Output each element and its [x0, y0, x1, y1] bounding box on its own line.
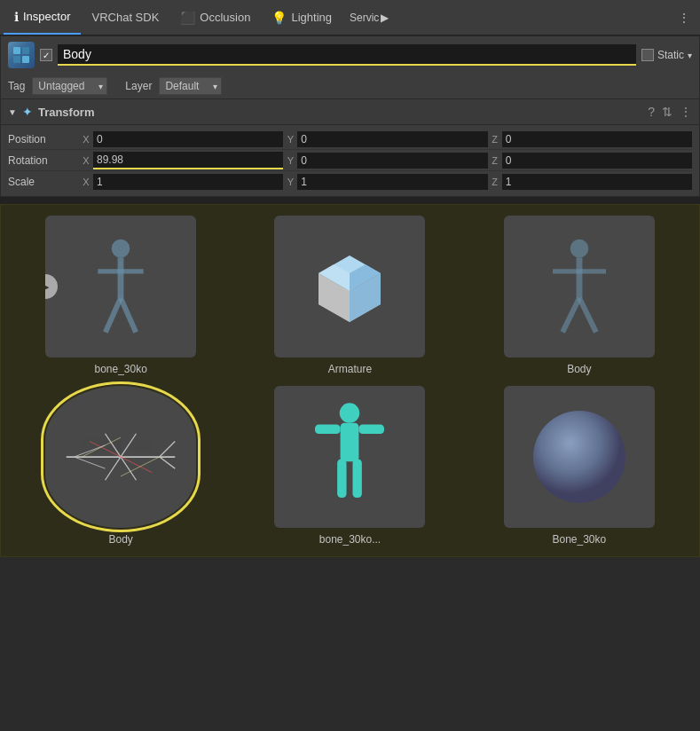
svg-line-29 [75, 457, 106, 468]
asset-item-bone-30ko[interactable]: ▶ bone_30ko [12, 216, 230, 375]
scale-z-input[interactable] [502, 174, 692, 190]
svg-line-19 [579, 298, 596, 333]
tab-services-label: Servic [350, 12, 379, 24]
asset-thumb-bone-30ko-cyan [274, 386, 425, 528]
svg-rect-3 [22, 56, 29, 63]
layer-select-wrap[interactable]: Default [159, 77, 222, 95]
asset-label-bone-30ko-cyan: bone_30ko... [319, 533, 381, 546]
rotation-z-cell: Z [488, 152, 692, 169]
transform-settings-button[interactable]: ⇅ [662, 105, 672, 119]
occlusion-icon: ⬛ [180, 11, 195, 25]
rotation-y-input[interactable] [297, 153, 487, 169]
position-z-cell: Z [488, 131, 692, 147]
position-x-input[interactable] [93, 131, 283, 147]
layer-select[interactable]: Default [159, 77, 222, 95]
tab-vrchat-sdk[interactable]: VRChat SDK [81, 0, 169, 35]
rotation-y-cell: Y [283, 152, 487, 169]
scale-x-input[interactable] [93, 174, 283, 190]
sphere-svg [522, 399, 637, 515]
scale-z-cell: Z [488, 174, 692, 190]
transform-collapse-button[interactable]: ▼ [8, 107, 17, 117]
rotation-x-input[interactable] [93, 152, 283, 169]
asset-thumb-body-selected [45, 386, 196, 528]
svg-point-4 [112, 240, 130, 258]
asset-thumb-body-top [504, 216, 655, 358]
rotation-z-label: Z [488, 155, 502, 166]
rotation-row: Rotation X Y Z [8, 150, 692, 171]
transform-help-button[interactable]: ? [648, 105, 655, 119]
tab-inspector-label: Inspector [23, 10, 70, 23]
svg-rect-35 [353, 460, 362, 498]
tab-lighting[interactable]: 💡 Lighting [261, 0, 342, 35]
transform-actions: ? ⇅ ⋮ [648, 105, 692, 119]
asset-thumb-bone-30ko-sphere [504, 386, 655, 528]
tab-occlusion[interactable]: ⬛ Occlusion [169, 0, 261, 35]
svg-point-15 [570, 240, 589, 258]
tab-bar: ℹ Inspector VRChat SDK ⬛ Occlusion 💡 Lig… [0, 0, 700, 35]
svg-rect-32 [315, 425, 341, 434]
svg-point-30 [340, 403, 360, 423]
tag-select[interactable]: Untagged [32, 77, 107, 95]
svg-point-36 [533, 411, 625, 503]
tab-services[interactable]: Servic ▶ [342, 0, 396, 35]
scale-y-input[interactable] [297, 174, 487, 190]
lighting-icon: 💡 [271, 11, 287, 25]
position-z-input[interactable] [502, 131, 692, 147]
scale-x-cell: X [79, 174, 283, 190]
position-row: Position X Y Z [8, 129, 692, 150]
rotation-label: Rotation [8, 154, 79, 167]
transform-section-header: ▼ ✦ Transform ? ⇅ ⋮ [1, 98, 699, 125]
asset-browser: ▶ bone_30ko [0, 204, 700, 557]
svg-line-18 [562, 298, 579, 333]
scale-row: Scale X Y Z [8, 171, 692, 193]
tab-lighting-label: Lighting [291, 11, 332, 24]
layer-label: Layer [125, 80, 152, 92]
bone-cyan-svg [305, 399, 394, 515]
asset-item-bone-30ko-sphere[interactable]: Bone_30ko [470, 386, 688, 546]
asset-item-body-top[interactable]: Body [470, 216, 688, 375]
asset-thumb-armature [274, 216, 425, 358]
object-name-input[interactable] [58, 44, 636, 66]
tab-more-arrow: ▶ [381, 12, 389, 24]
position-y-input[interactable] [297, 131, 487, 147]
inspector-icon: ℹ [14, 10, 19, 24]
svg-rect-34 [338, 460, 347, 498]
position-x-label: X [79, 134, 93, 145]
asset-item-body-selected[interactable]: Body [12, 386, 230, 546]
tab-vrchat-sdk-label: VRChat SDK [91, 11, 159, 24]
svg-line-23 [160, 442, 176, 458]
asset-thumb-bone-30ko: ▶ [45, 216, 196, 358]
tag-select-wrap[interactable]: Untagged [32, 77, 107, 95]
rotation-z-input[interactable] [502, 153, 692, 169]
scale-label: Scale [8, 176, 79, 188]
svg-line-7 [106, 298, 121, 333]
tag-label: Tag [8, 80, 25, 92]
panel-separator [0, 197, 700, 204]
svg-line-8 [121, 298, 136, 333]
tab-occlusion-label: Occlusion [200, 11, 250, 24]
armature-icon-svg [301, 238, 398, 335]
static-checkbox[interactable] [641, 49, 654, 61]
svg-rect-0 [13, 47, 20, 54]
rotation-x-cell: X [79, 152, 283, 169]
position-z-label: Z [488, 134, 502, 145]
play-button[interactable]: ▶ [45, 274, 58, 299]
asset-grid: ▶ bone_30ko [12, 216, 688, 546]
transform-more-button[interactable]: ⋮ [680, 105, 692, 119]
asset-label-body-selected: Body [108, 533, 132, 546]
position-x-cell: X [79, 131, 283, 147]
scale-z-label: Z [488, 177, 502, 187]
asset-label-armature: Armature [328, 363, 372, 375]
position-y-cell: Y [283, 131, 487, 147]
asset-item-armature[interactable]: Armature [240, 216, 459, 375]
active-checkbox[interactable]: ✓ [40, 49, 52, 61]
tab-overflow-menu[interactable]: ⋮ [672, 12, 696, 24]
tab-inspector[interactable]: ℹ Inspector [4, 0, 81, 35]
asset-item-bone-30ko-cyan[interactable]: bone_30ko... [240, 386, 459, 546]
svg-rect-31 [341, 423, 359, 461]
object-header: ✓ Static ▾ [1, 36, 699, 74]
human-figure-svg [76, 233, 165, 340]
svg-rect-33 [359, 425, 385, 434]
static-dropdown-arrow[interactable]: ▾ [688, 51, 692, 60]
tag-layer-row: Tag Untagged Layer Default [1, 74, 699, 98]
